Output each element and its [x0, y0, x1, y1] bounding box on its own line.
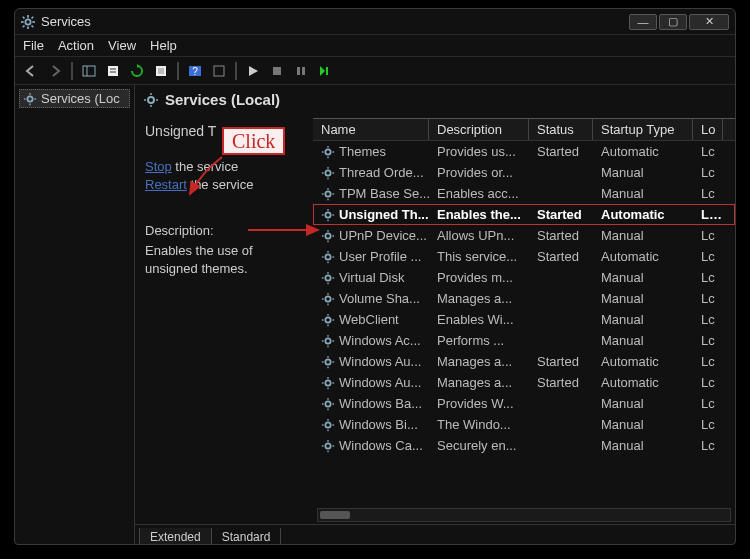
svg-point-90 — [325, 380, 330, 385]
service-row[interactable]: User Profile ...This service...StartedAu… — [313, 246, 735, 267]
cell-description: Enables acc... — [429, 186, 529, 201]
cell-logon: Lc — [693, 291, 723, 306]
export-list-icon[interactable] — [103, 61, 123, 81]
view-tabs: Extended Standard — [135, 524, 735, 544]
horizontal-scrollbar[interactable] — [317, 508, 731, 522]
cell-description: Securely en... — [429, 438, 529, 453]
cell-logon: Lc — [693, 186, 723, 201]
tab-standard[interactable]: Standard — [211, 528, 282, 544]
menu-action[interactable]: Action — [58, 38, 94, 53]
restart-link[interactable]: Restart — [145, 177, 187, 192]
cell-name: Windows Ba... — [313, 396, 429, 411]
back-button[interactable] — [21, 61, 41, 81]
tab-extended[interactable]: Extended — [139, 528, 212, 544]
stop-link[interactable]: Stop — [145, 159, 172, 174]
menu-view[interactable]: View — [108, 38, 136, 53]
service-row[interactable]: Unsigned Th...Enables the...StartedAutom… — [313, 204, 735, 225]
svg-text:?: ? — [192, 66, 198, 77]
toolbar-sep — [235, 62, 237, 80]
cell-startup: Manual — [593, 333, 693, 348]
toolbar-sep — [71, 62, 73, 80]
gear-icon — [321, 334, 335, 348]
service-row[interactable]: Windows Ca...Securely en...ManualLc — [313, 435, 735, 456]
col-name[interactable]: Name — [313, 119, 429, 140]
forward-button[interactable] — [45, 61, 65, 81]
description-text: Enables the use of unsigned themes. — [145, 242, 303, 278]
cell-status: Started — [529, 144, 593, 159]
cell-description: Provides or... — [429, 165, 529, 180]
restart-service-icon[interactable] — [315, 61, 335, 81]
cell-description: Enables the... — [429, 207, 529, 222]
stop-service-icon[interactable] — [267, 61, 287, 81]
cell-description: Provides us... — [429, 144, 529, 159]
cell-startup: Manual — [593, 417, 693, 432]
svg-point-65 — [325, 275, 330, 280]
service-row[interactable]: WebClientEnables Wi...ManualLc — [313, 309, 735, 330]
service-row[interactable]: ThemesProvides us...StartedAutomaticLc — [313, 141, 735, 162]
cell-description: Manages a... — [429, 354, 529, 369]
svg-rect-24 — [326, 67, 328, 75]
close-button[interactable]: ✕ — [689, 14, 729, 30]
cell-startup: Automatic — [593, 207, 693, 222]
service-row[interactable]: Windows Au...Manages a...StartedAutomati… — [313, 372, 735, 393]
col-logon[interactable]: Lo — [693, 119, 723, 140]
col-status[interactable]: Status — [529, 119, 593, 140]
tree-pane: Services (Loc — [15, 85, 135, 544]
cell-logon: Lc — [693, 375, 723, 390]
window-title: Services — [41, 14, 629, 29]
cell-logon: Lc — [693, 228, 723, 243]
maximize-button[interactable]: ▢ — [659, 14, 687, 30]
minimize-button[interactable]: — — [629, 14, 657, 30]
service-row[interactable]: Volume Sha...Manages a...ManualLc — [313, 288, 735, 309]
pause-service-icon[interactable] — [291, 61, 311, 81]
cell-name: WebClient — [313, 312, 429, 327]
cell-status: Started — [529, 354, 593, 369]
gear-icon — [321, 271, 335, 285]
menubar: File Action View Help — [15, 35, 735, 57]
col-description[interactable]: Description — [429, 119, 529, 140]
service-row[interactable]: Virtual DiskProvides m...ManualLc — [313, 267, 735, 288]
cell-startup: Manual — [593, 228, 693, 243]
content-pane: Services (Local) Unsigned T Stop the ser… — [135, 85, 735, 544]
cell-name: Virtual Disk — [313, 270, 429, 285]
cell-startup: Automatic — [593, 144, 693, 159]
toolbar: ? — [15, 57, 735, 85]
cell-description: Manages a... — [429, 375, 529, 390]
service-row[interactable]: Windows Au...Manages a...StartedAutomati… — [313, 351, 735, 372]
svg-line-7 — [32, 16, 34, 18]
cell-startup: Manual — [593, 165, 693, 180]
svg-line-6 — [32, 25, 34, 27]
service-row[interactable]: UPnP Device...Allows UPn...StartedManual… — [313, 225, 735, 246]
gear-icon — [321, 355, 335, 369]
svg-point-25 — [27, 96, 32, 101]
start-service-icon[interactable] — [243, 61, 263, 81]
services-window: Services — ▢ ✕ File Action View Help ? — [14, 8, 736, 545]
svg-point-100 — [325, 422, 330, 427]
gear-icon — [321, 439, 335, 453]
col-startup[interactable]: Startup Type — [593, 119, 693, 140]
menu-file[interactable]: File — [23, 38, 44, 53]
svg-point-0 — [25, 19, 30, 24]
cell-name: User Profile ... — [313, 249, 429, 264]
help-icon[interactable]: ? — [185, 61, 205, 81]
toolbar-sep — [177, 62, 179, 80]
properties-icon[interactable] — [151, 61, 171, 81]
menu-help[interactable]: Help — [150, 38, 177, 53]
svg-point-40 — [325, 170, 330, 175]
service-row[interactable]: Windows Ac...Performs ...ManualLc — [313, 330, 735, 351]
cell-description: Enables Wi... — [429, 312, 529, 327]
service-list[interactable]: ThemesProvides us...StartedAutomaticLcTh… — [313, 141, 735, 506]
toolbar-extra-icon[interactable] — [209, 61, 229, 81]
service-row[interactable]: TPM Base Se...Enables acc...ManualLc — [313, 183, 735, 204]
cell-logon: Lc — [693, 438, 723, 453]
tree-root-services[interactable]: Services (Loc — [19, 89, 130, 108]
svg-rect-11 — [108, 66, 118, 76]
list-pane: Name Description Status Startup Type Lo … — [313, 118, 735, 524]
service-row[interactable]: Thread Orde...Provides or...ManualLc — [313, 162, 735, 183]
refresh-icon[interactable] — [127, 61, 147, 81]
cell-name: Windows Ac... — [313, 333, 429, 348]
show-hide-console-icon[interactable] — [79, 61, 99, 81]
service-row[interactable]: Windows Bi...The Windo...ManualLc — [313, 414, 735, 435]
service-row[interactable]: Windows Ba...Provides W...ManualLc — [313, 393, 735, 414]
cell-logon: Lc — [693, 270, 723, 285]
